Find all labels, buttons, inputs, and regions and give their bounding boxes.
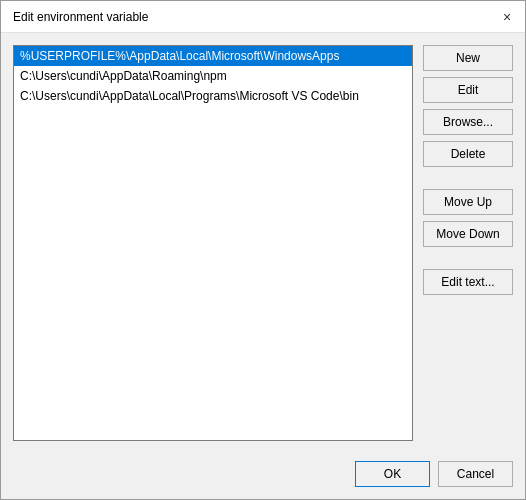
move-down-button[interactable]: Move Down	[423, 221, 513, 247]
env-var-listbox[interactable]: %USERPROFILE%\AppData\Local\Microsoft\Wi…	[13, 45, 413, 441]
title-bar: Edit environment variable ×	[1, 1, 525, 33]
list-item[interactable]: C:\Users\cundi\AppData\Roaming\npm	[14, 66, 412, 86]
dialog-title: Edit environment variable	[13, 10, 148, 24]
list-item[interactable]: %USERPROFILE%\AppData\Local\Microsoft\Wi…	[14, 46, 412, 66]
cancel-button[interactable]: Cancel	[438, 461, 513, 487]
dialog-footer: OK Cancel	[1, 453, 525, 499]
edit-button[interactable]: Edit	[423, 77, 513, 103]
spacer	[423, 253, 513, 263]
button-panel: New Edit Browse... Delete Move Up Move D…	[423, 45, 513, 441]
list-item[interactable]: C:\Users\cundi\AppData\Local\Programs\Mi…	[14, 86, 412, 106]
delete-button[interactable]: Delete	[423, 141, 513, 167]
edit-text-button[interactable]: Edit text...	[423, 269, 513, 295]
edit-env-var-dialog: Edit environment variable × %USERPROFILE…	[0, 0, 526, 500]
spacer	[423, 173, 513, 183]
close-icon[interactable]: ×	[497, 7, 517, 27]
new-button[interactable]: New	[423, 45, 513, 71]
browse-button[interactable]: Browse...	[423, 109, 513, 135]
list-panel: %USERPROFILE%\AppData\Local\Microsoft\Wi…	[13, 45, 413, 441]
ok-button[interactable]: OK	[355, 461, 430, 487]
dialog-body: %USERPROFILE%\AppData\Local\Microsoft\Wi…	[1, 33, 525, 453]
move-up-button[interactable]: Move Up	[423, 189, 513, 215]
